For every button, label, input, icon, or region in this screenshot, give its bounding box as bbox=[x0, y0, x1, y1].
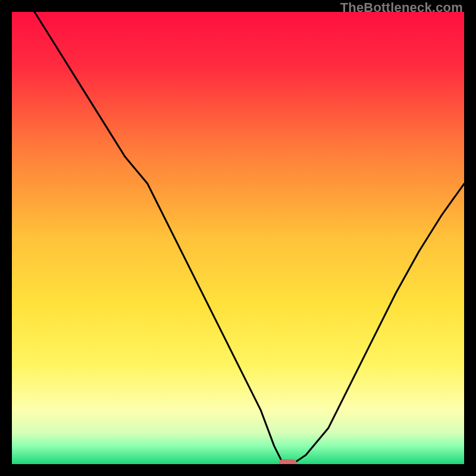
plot-area bbox=[12, 12, 464, 464]
gradient-background bbox=[12, 12, 464, 464]
bottleneck-chart bbox=[12, 12, 464, 464]
optimal-marker bbox=[279, 459, 297, 464]
chart-frame: TheBottleneck.com bbox=[0, 0, 476, 476]
